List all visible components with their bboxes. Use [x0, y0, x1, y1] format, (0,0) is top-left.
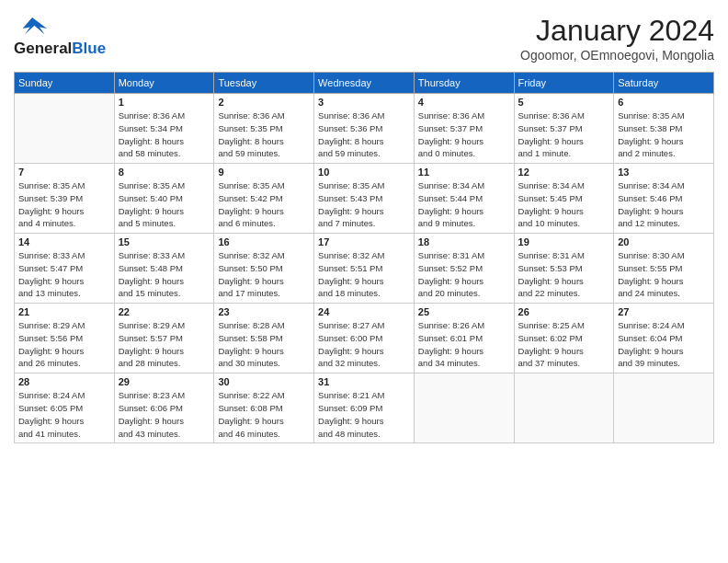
day-number: 25 — [418, 306, 510, 317]
month-title: January 2024 — [520, 14, 714, 48]
day-info: Sunrise: 8:36 AMSunset: 5:37 PMDaylight:… — [418, 109, 510, 160]
calendar-cell: 6Sunrise: 8:35 AMSunset: 5:38 PMDaylight… — [614, 94, 714, 164]
day-info: Sunrise: 8:28 AMSunset: 5:58 PMDaylight:… — [218, 319, 310, 370]
day-number: 23 — [218, 306, 310, 317]
day-number: 20 — [618, 236, 710, 247]
day-info: Sunrise: 8:34 AMSunset: 5:44 PMDaylight:… — [418, 179, 510, 230]
calendar-week-row: 14Sunrise: 8:33 AMSunset: 5:47 PMDayligh… — [15, 234, 714, 304]
calendar-cell: 29Sunrise: 8:23 AMSunset: 6:06 PMDayligh… — [114, 373, 214, 443]
day-number: 15 — [119, 236, 210, 247]
day-number: 3 — [318, 97, 410, 108]
calendar-cell: 11Sunrise: 8:34 AMSunset: 5:44 PMDayligh… — [414, 164, 514, 234]
day-number: 16 — [218, 236, 310, 247]
day-info: Sunrise: 8:31 AMSunset: 5:53 PMDaylight:… — [518, 249, 610, 300]
header-row: SundayMondayTuesdayWednesdayThursdayFrid… — [15, 73, 714, 94]
day-number: 27 — [618, 306, 710, 317]
day-info: Sunrise: 8:34 AMSunset: 5:45 PMDaylight:… — [518, 179, 610, 230]
calendar-cell: 30Sunrise: 8:22 AMSunset: 6:08 PMDayligh… — [214, 373, 314, 443]
day-info: Sunrise: 8:23 AMSunset: 6:06 PMDaylight:… — [119, 389, 210, 440]
header: General Blue January 2024 Ogoomor, OEmno… — [14, 14, 714, 63]
day-number: 6 — [618, 97, 710, 108]
day-number: 4 — [418, 97, 510, 108]
svg-marker-0 — [23, 17, 47, 34]
calendar-cell: 15Sunrise: 8:33 AMSunset: 5:48 PMDayligh… — [114, 234, 214, 304]
weekday-header: Thursday — [414, 73, 514, 94]
day-info: Sunrise: 8:32 AMSunset: 5:50 PMDaylight:… — [218, 249, 310, 300]
calendar-cell: 31Sunrise: 8:21 AMSunset: 6:09 PMDayligh… — [314, 373, 415, 443]
calendar-cell: 4Sunrise: 8:36 AMSunset: 5:37 PMDaylight… — [414, 94, 514, 164]
day-number: 26 — [518, 306, 610, 317]
day-info: Sunrise: 8:33 AMSunset: 5:47 PMDaylight:… — [18, 249, 110, 300]
calendar-week-row: 1Sunrise: 8:36 AMSunset: 5:34 PMDaylight… — [15, 94, 714, 164]
day-number: 13 — [618, 167, 710, 178]
calendar-cell: 7Sunrise: 8:35 AMSunset: 5:39 PMDaylight… — [15, 164, 115, 234]
calendar-cell: 17Sunrise: 8:32 AMSunset: 5:51 PMDayligh… — [314, 234, 415, 304]
day-number: 5 — [518, 97, 610, 108]
calendar-week-row: 7Sunrise: 8:35 AMSunset: 5:39 PMDaylight… — [15, 164, 714, 234]
day-info: Sunrise: 8:26 AMSunset: 6:01 PMDaylight:… — [418, 319, 510, 370]
location: Ogoomor, OEmnoegovi, Mongolia — [520, 48, 714, 63]
day-number: 17 — [318, 236, 410, 247]
day-number: 30 — [218, 376, 310, 387]
calendar-table: SundayMondayTuesdayWednesdayThursdayFrid… — [14, 72, 714, 443]
title-block: January 2024 Ogoomor, OEmnoegovi, Mongol… — [520, 14, 714, 63]
day-number: 31 — [318, 376, 410, 387]
day-info: Sunrise: 8:36 AMSunset: 5:35 PMDaylight:… — [218, 109, 310, 160]
day-info: Sunrise: 8:35 AMSunset: 5:38 PMDaylight:… — [618, 109, 710, 160]
calendar-cell: 8Sunrise: 8:35 AMSunset: 5:40 PMDaylight… — [114, 164, 214, 234]
calendar-cell: 22Sunrise: 8:29 AMSunset: 5:57 PMDayligh… — [114, 304, 214, 373]
page: General Blue January 2024 Ogoomor, OEmno… — [0, 0, 728, 563]
weekday-header: Friday — [514, 73, 614, 94]
day-number: 18 — [418, 236, 510, 247]
day-info: Sunrise: 8:36 AMSunset: 5:34 PMDaylight:… — [119, 109, 210, 160]
day-number: 21 — [18, 306, 110, 317]
day-number: 28 — [18, 376, 110, 387]
day-info: Sunrise: 8:29 AMSunset: 5:57 PMDaylight:… — [119, 319, 210, 370]
day-number: 24 — [318, 306, 410, 317]
day-info: Sunrise: 8:21 AMSunset: 6:09 PMDaylight:… — [318, 389, 410, 440]
calendar-cell: 26Sunrise: 8:25 AMSunset: 6:02 PMDayligh… — [514, 304, 614, 373]
day-info: Sunrise: 8:24 AMSunset: 6:04 PMDaylight:… — [618, 319, 710, 370]
calendar-cell: 13Sunrise: 8:34 AMSunset: 5:46 PMDayligh… — [614, 164, 714, 234]
day-info: Sunrise: 8:30 AMSunset: 5:55 PMDaylight:… — [618, 249, 710, 300]
day-info: Sunrise: 8:34 AMSunset: 5:46 PMDaylight:… — [618, 179, 710, 230]
calendar-cell: 25Sunrise: 8:26 AMSunset: 6:01 PMDayligh… — [414, 304, 514, 373]
day-info: Sunrise: 8:36 AMSunset: 5:37 PMDaylight:… — [518, 109, 610, 160]
day-number: 9 — [218, 167, 310, 178]
calendar-cell: 16Sunrise: 8:32 AMSunset: 5:50 PMDayligh… — [214, 234, 314, 304]
day-number: 1 — [119, 97, 210, 108]
day-number: 2 — [218, 97, 310, 108]
logo: General Blue — [14, 14, 106, 58]
calendar-cell: 14Sunrise: 8:33 AMSunset: 5:47 PMDayligh… — [15, 234, 115, 304]
calendar-cell: 10Sunrise: 8:35 AMSunset: 5:43 PMDayligh… — [314, 164, 415, 234]
calendar-cell — [414, 373, 514, 443]
calendar-cell: 21Sunrise: 8:29 AMSunset: 5:56 PMDayligh… — [15, 304, 115, 373]
calendar-cell: 9Sunrise: 8:35 AMSunset: 5:42 PMDaylight… — [214, 164, 314, 234]
day-number: 8 — [119, 167, 210, 178]
day-info: Sunrise: 8:22 AMSunset: 6:08 PMDaylight:… — [218, 389, 310, 440]
calendar-cell: 12Sunrise: 8:34 AMSunset: 5:45 PMDayligh… — [514, 164, 614, 234]
calendar-cell: 3Sunrise: 8:36 AMSunset: 5:36 PMDaylight… — [314, 94, 415, 164]
calendar-cell: 24Sunrise: 8:27 AMSunset: 6:00 PMDayligh… — [314, 304, 415, 373]
day-number: 10 — [318, 167, 410, 178]
calendar-cell: 23Sunrise: 8:28 AMSunset: 5:58 PMDayligh… — [214, 304, 314, 373]
day-info: Sunrise: 8:35 AMSunset: 5:40 PMDaylight:… — [119, 179, 210, 230]
weekday-header: Wednesday — [314, 73, 415, 94]
calendar-cell — [15, 94, 115, 164]
calendar-cell: 2Sunrise: 8:36 AMSunset: 5:35 PMDaylight… — [214, 94, 314, 164]
calendar-cell: 18Sunrise: 8:31 AMSunset: 5:52 PMDayligh… — [414, 234, 514, 304]
logo-blue: Blue — [72, 40, 106, 58]
day-number: 7 — [18, 167, 110, 178]
weekday-header: Monday — [114, 73, 214, 94]
logo-icon — [14, 14, 51, 40]
day-number: 19 — [518, 236, 610, 247]
weekday-header: Tuesday — [214, 73, 314, 94]
calendar-cell: 19Sunrise: 8:31 AMSunset: 5:53 PMDayligh… — [514, 234, 614, 304]
calendar-cell — [514, 373, 614, 443]
weekday-header: Saturday — [614, 73, 714, 94]
day-number: 29 — [119, 376, 210, 387]
calendar-week-row: 28Sunrise: 8:24 AMSunset: 6:05 PMDayligh… — [15, 373, 714, 443]
day-info: Sunrise: 8:27 AMSunset: 6:00 PMDaylight:… — [318, 319, 410, 370]
logo-general: General — [14, 40, 72, 58]
day-info: Sunrise: 8:24 AMSunset: 6:05 PMDaylight:… — [18, 389, 110, 440]
